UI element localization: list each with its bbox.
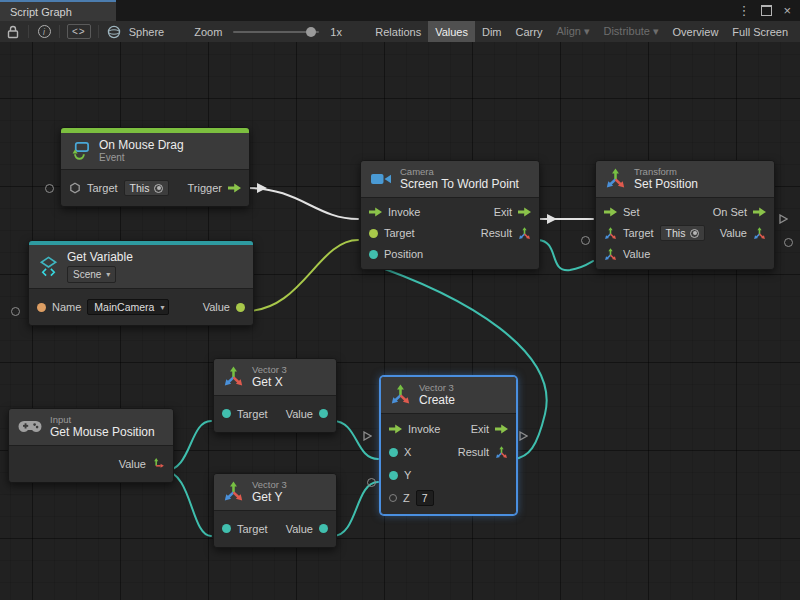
target-value-chip[interactable]: This — [660, 225, 706, 241]
flow-output-port[interactable] — [753, 207, 766, 217]
flow-output-port[interactable] — [495, 424, 508, 434]
node-screen-to-world-point[interactable]: Camera Screen To World Point Invoke Exit… — [360, 160, 540, 270]
node-title: Get Y — [252, 490, 287, 504]
flow-input-port[interactable] — [369, 207, 382, 217]
node-title: Screen To World Point — [400, 177, 519, 191]
variable-name-field[interactable]: MainCamera ▾ — [87, 299, 169, 315]
relations-button[interactable]: Relations — [368, 21, 428, 42]
y-input-port[interactable] — [389, 471, 398, 480]
flow-triangle-marker[interactable] — [519, 431, 528, 441]
tab-script-graph[interactable]: Script Graph — [0, 0, 116, 21]
zoom-slider[interactable] — [233, 31, 319, 33]
node-get-variable[interactable]: Get Variable Scene ▾ Name MainCamera ▾ V… — [28, 240, 254, 326]
vector3-icon — [390, 384, 411, 405]
flow-triangle-marker[interactable] — [363, 431, 372, 441]
flow-output-port[interactable] — [228, 183, 241, 193]
node-title: Get Mouse Position — [50, 425, 155, 439]
target-input-port[interactable] — [369, 229, 378, 238]
port-row: Target Value — [214, 400, 336, 428]
target-input-port[interactable] — [222, 524, 231, 533]
lock-icon[interactable] — [5, 24, 21, 40]
carry-button[interactable]: Carry — [509, 21, 550, 42]
node-title: On Mouse Drag — [99, 138, 184, 152]
vector2-output-port[interactable] — [152, 457, 165, 470]
edit-code-icon[interactable]: <> — [67, 24, 91, 39]
gamepad-icon — [18, 419, 42, 434]
target-value-chip[interactable]: This — [124, 180, 170, 196]
graph-breadcrumb[interactable]: Sphere — [129, 26, 164, 38]
flow-input-port[interactable] — [389, 424, 402, 434]
values-button[interactable]: Values — [428, 21, 475, 42]
value-output-port[interactable] — [236, 303, 245, 312]
scope-value: Scene — [73, 269, 101, 281]
node-title: Set Position — [634, 177, 698, 191]
relation-circle-marker[interactable] — [367, 478, 376, 487]
value-output-port[interactable] — [319, 409, 328, 418]
unity-script-graph-window: Script Graph ⋮ × i <> Sphere Zoom 1x Rel… — [0, 0, 800, 600]
maximize-icon[interactable] — [761, 5, 772, 16]
node-on-mouse-drag[interactable]: On Mouse Drag Event Target This Trigger — [60, 127, 250, 207]
flow-input-port[interactable] — [604, 207, 617, 217]
chip-value: This — [130, 182, 150, 194]
port-label-value: Value — [286, 523, 313, 535]
port-label-value-out: Value — [720, 227, 747, 239]
close-icon[interactable]: × — [783, 3, 791, 18]
zoom-label: Zoom — [194, 26, 222, 38]
port-row: Value — [9, 450, 173, 478]
overview-button[interactable]: Overview — [666, 21, 726, 42]
zoom-slider-handle[interactable] — [306, 27, 316, 37]
toolbar-buttons: Relations Values Dim Carry Align ▾ Distr… — [368, 21, 795, 42]
port-label-z: Z — [403, 492, 410, 504]
node-category: Camera — [400, 166, 519, 177]
position-input-port[interactable] — [369, 250, 378, 259]
node-set-position[interactable]: Transform Set Position Set On Set Target… — [595, 160, 775, 270]
port-label-result: Result — [481, 227, 512, 239]
transform-input-port[interactable] — [604, 227, 617, 240]
dim-button[interactable]: Dim — [475, 21, 509, 42]
vector3-input-port[interactable] — [604, 248, 617, 261]
relation-circle-marker[interactable] — [581, 236, 590, 245]
toolbar-separator — [98, 25, 99, 38]
vector3-output-port[interactable] — [518, 227, 531, 240]
string-input-port[interactable] — [37, 303, 46, 312]
menu-icon[interactable]: ⋮ — [737, 3, 750, 18]
vector3-output-port[interactable] — [753, 227, 766, 240]
gameobject-icon — [69, 182, 81, 194]
port-label-value: Value — [286, 408, 313, 420]
node-category: Transform — [634, 166, 698, 177]
node-vector3-get-x[interactable]: Vector 3 Get X Target Value — [213, 358, 337, 433]
node-vector3-create[interactable]: Vector 3 Create Invoke Exit X Result — [380, 376, 517, 515]
node-title: Get X — [252, 375, 287, 389]
field-value: MainCamera — [94, 301, 154, 313]
x-input-port[interactable] — [389, 448, 398, 457]
vector3-output-port[interactable] — [495, 446, 508, 459]
node-vector3-get-y[interactable]: Vector 3 Get Y Target Value — [213, 473, 337, 548]
port-label-x: X — [404, 446, 411, 458]
port-row: Target Result — [361, 223, 539, 244]
port-label-target: Target — [623, 227, 654, 239]
port-row: Target This Trigger — [61, 174, 249, 202]
node-get-mouse-position[interactable]: Input Get Mouse Position Value — [8, 408, 174, 483]
relation-circle-marker[interactable] — [784, 238, 793, 247]
z-input-port[interactable] — [389, 494, 397, 502]
z-value-field[interactable]: 7 — [416, 490, 434, 506]
distribute-button[interactable]: Distribute ▾ — [596, 21, 665, 42]
port-label-target: Target — [87, 182, 118, 194]
port-label-set: Set — [623, 206, 640, 218]
variable-scope-dropdown[interactable]: Scene ▾ — [67, 266, 116, 283]
relation-circle-marker[interactable] — [45, 184, 54, 193]
relation-circle-marker[interactable] — [11, 307, 20, 316]
target-input-port[interactable] — [222, 409, 231, 418]
flow-output-port[interactable] — [518, 207, 531, 217]
variable-icon — [38, 256, 59, 277]
flow-triangle-marker[interactable] — [779, 214, 788, 224]
toolbar-separator — [28, 25, 29, 38]
fullscreen-button[interactable]: Full Screen — [725, 21, 795, 42]
align-button[interactable]: Align ▾ — [549, 21, 596, 42]
port-label-exit: Exit — [494, 206, 512, 218]
tab-title: Script Graph — [10, 6, 72, 18]
port-row: Name MainCamera ▾ Value — [29, 293, 253, 321]
info-icon[interactable]: i — [36, 24, 52, 40]
value-output-port[interactable] — [319, 524, 328, 533]
graph-breadcrumb-icon — [106, 24, 122, 40]
